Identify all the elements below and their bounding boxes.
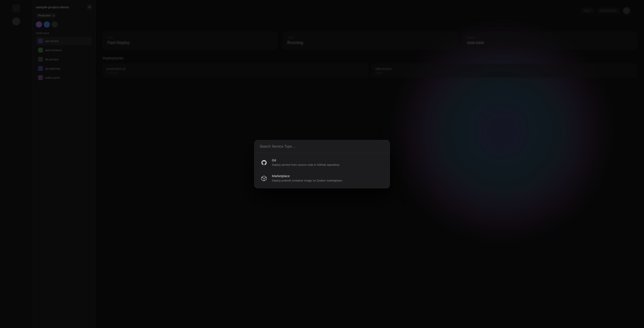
service-type-git[interactable]: Git Deploy service from source code in G… (256, 155, 388, 170)
search-service-input[interactable] (260, 144, 384, 148)
marketplace-item-title: Marketplace (272, 174, 384, 178)
git-icon (260, 158, 268, 167)
git-item-desc: Deploy service from source code in GitHu… (272, 163, 384, 167)
marketplace-item-desc: Deploy prebuilt container image on Zeabu… (272, 179, 384, 182)
git-item-title: Git (272, 158, 384, 162)
marketplace-icon (260, 174, 268, 183)
modal-search-area[interactable] (254, 140, 390, 153)
service-type-marketplace[interactable]: Marketplace Deploy prebuilt container im… (256, 170, 388, 186)
git-item-text: Git Deploy service from source code in G… (272, 158, 384, 167)
marketplace-item-text: Marketplace Deploy prebuilt container im… (272, 174, 384, 182)
search-service-modal: Git Deploy service from source code in G… (254, 140, 390, 188)
modal-overlay[interactable]: Git Deploy service from source code in G… (0, 0, 644, 328)
modal-items-list: Git Deploy service from source code in G… (254, 153, 390, 188)
